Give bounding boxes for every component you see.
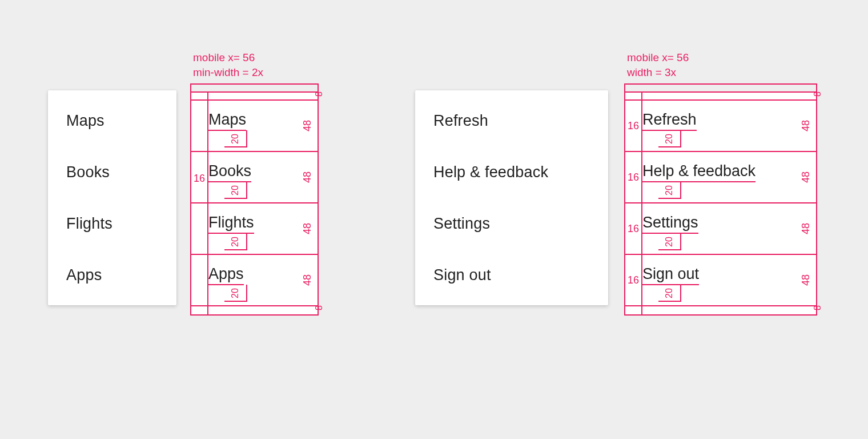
spec-item-label: Sign out xyxy=(642,265,699,285)
dim-row-height: 48 xyxy=(799,171,811,183)
dim-text-baseline: 20 xyxy=(658,285,681,302)
menu-item-settings[interactable]: Settings xyxy=(415,198,608,249)
dim-left-padding: 16 xyxy=(194,173,205,185)
spec-redline-wide: 8 16 Refresh 48 20 16 Help & feedback 48… xyxy=(624,91,817,316)
menu-item-label: Sign out xyxy=(433,266,491,284)
dim-left-padding: 16 xyxy=(628,274,639,286)
spec-redline-narrow: 8 Maps 48 20 Books 48 20 16 Flights 48 2… xyxy=(190,91,319,316)
dim-8-top: 8 xyxy=(813,91,823,97)
spec-row: Apps 48 20 xyxy=(191,255,318,306)
spec-bottom-padding: 8 xyxy=(625,306,816,314)
dim-8-bottom: 8 xyxy=(813,305,823,310)
menu-item-books[interactable]: Books xyxy=(48,146,176,198)
spec-item-label: Books xyxy=(208,162,251,182)
dim-row-height: 48 xyxy=(301,171,313,183)
menu-item-label: Help & feedback xyxy=(433,163,548,181)
menu-item-label: Apps xyxy=(66,266,102,284)
dim-row-height: 48 xyxy=(799,223,811,234)
spec-row: 16 Refresh 48 20 xyxy=(625,101,816,152)
spec-annotation-line: mobile x= 56 xyxy=(193,51,255,63)
dim-row-height: 48 xyxy=(301,223,313,234)
menu-item-label: Settings xyxy=(433,215,490,233)
dim-left-padding: 16 xyxy=(628,120,639,132)
dim-left-padding: 16 xyxy=(628,223,639,235)
menu-item-refresh[interactable]: Refresh xyxy=(415,95,608,146)
dim-text-baseline: 20 xyxy=(224,182,247,199)
dim-row-height: 48 xyxy=(799,120,811,131)
menu-item-flights[interactable]: Flights xyxy=(48,198,176,249)
menu-item-label: Refresh xyxy=(433,112,488,130)
spec-annotation-line: mobile x= 56 xyxy=(627,51,689,63)
spec-annotation-line: width = 3x xyxy=(627,66,676,78)
spec-annotation-wide: mobile x= 56 width = 3x xyxy=(627,50,689,79)
spec-row: 16 Settings 48 20 xyxy=(625,203,816,255)
menu-item-label: Maps xyxy=(66,112,105,130)
spec-row: Flights 48 20 xyxy=(191,203,318,255)
dim-8-bottom: 8 xyxy=(314,305,324,310)
dim-row-height: 48 xyxy=(301,120,313,131)
dim-left-padding: 16 xyxy=(628,171,639,183)
spec-item-label: Help & feedback xyxy=(642,162,756,182)
menu-item-apps[interactable]: Apps xyxy=(48,249,176,301)
dim-8-top: 8 xyxy=(314,91,324,97)
menu-card-narrow: Maps Books Flights Apps xyxy=(48,90,176,305)
spec-annotation-narrow: mobile x= 56 min-width = 2x xyxy=(193,50,263,79)
menu-item-help-feedback[interactable]: Help & feedback xyxy=(415,146,608,198)
spec-row: Books 48 20 16 xyxy=(191,152,318,203)
dim-text-baseline: 20 xyxy=(658,182,681,199)
spec-row: 16 Sign out 48 20 xyxy=(625,255,816,306)
spec-item-label: Refresh xyxy=(642,111,697,131)
spec-item-label: Apps xyxy=(208,265,244,285)
dim-text-baseline: 20 xyxy=(658,130,681,147)
spec-bottom-padding: 8 xyxy=(191,306,318,314)
spec-row: Maps 48 20 xyxy=(191,101,318,152)
spec-bracket-wide xyxy=(624,83,817,91)
dim-text-baseline: 20 xyxy=(224,285,247,302)
dim-row-height: 48 xyxy=(799,274,811,286)
spec-annotation-line: min-width = 2x xyxy=(193,66,263,78)
spec-item-label: Maps xyxy=(208,111,246,131)
spec-item-label: Settings xyxy=(642,214,698,234)
dim-text-baseline: 20 xyxy=(224,233,247,250)
spec-bracket-narrow xyxy=(190,83,319,91)
dim-text-baseline: 20 xyxy=(658,233,681,250)
menu-card-wide: Refresh Help & feedback Settings Sign ou… xyxy=(415,90,608,305)
spec-top-padding: 8 xyxy=(191,93,318,101)
dim-text-baseline: 20 xyxy=(224,130,247,147)
spec-top-padding: 8 xyxy=(625,93,816,101)
menu-item-label: Books xyxy=(66,163,110,181)
dim-row-height: 48 xyxy=(301,274,313,286)
menu-item-sign-out[interactable]: Sign out xyxy=(415,249,608,301)
menu-item-label: Flights xyxy=(66,215,112,233)
spec-item-label: Flights xyxy=(208,214,254,234)
menu-item-maps[interactable]: Maps xyxy=(48,95,176,146)
spec-row: 16 Help & feedback 48 20 xyxy=(625,152,816,203)
